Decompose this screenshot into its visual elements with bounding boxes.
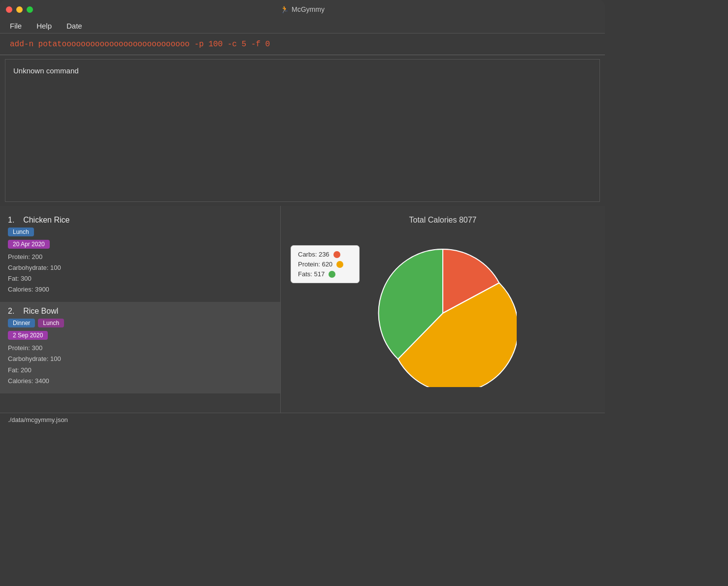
legend-protein: Protein: 620 bbox=[298, 260, 352, 268]
food-item-1-detail: Protein: 200 Carbohydrate: 100 Fat: 300 … bbox=[8, 252, 272, 295]
maximize-button[interactable] bbox=[27, 6, 33, 13]
output-area: Unknown command bbox=[5, 59, 600, 202]
titlebar: 🏃 McGymmy bbox=[0, 0, 605, 19]
tag-lunch-2: Lunch bbox=[38, 319, 64, 327]
food-item-2-title: 2. Rice Bowl bbox=[8, 307, 272, 316]
menu-file[interactable]: File bbox=[10, 22, 22, 30]
minimize-button[interactable] bbox=[16, 6, 23, 13]
food-item-1-date: 20 Apr 2020 bbox=[8, 240, 50, 249]
legend-fats-label: Fats: 517 bbox=[298, 270, 325, 278]
legend-protein-label: Protein: 620 bbox=[298, 260, 332, 268]
statusbar: ./data/mcgymmy.json bbox=[0, 413, 605, 426]
legend-protein-dot bbox=[336, 261, 343, 268]
traffic-lights bbox=[6, 6, 33, 13]
output-message: Unknown command bbox=[13, 66, 79, 75]
legend-fats: Fats: 517 bbox=[298, 270, 352, 278]
chart-title: Total Calories 8077 bbox=[409, 216, 477, 225]
legend-carbs-dot bbox=[333, 251, 340, 258]
command-bar bbox=[0, 33, 605, 55]
food-item-2[interactable]: 2. Rice Bowl Dinner Lunch 2 Sep 2020 Pro… bbox=[0, 302, 280, 393]
status-path: ./data/mcgymmy.json bbox=[8, 416, 68, 423]
menu-help[interactable]: Help bbox=[36, 22, 52, 30]
main-content: 1. Chicken Rice Lunch 20 Apr 2020 Protei… bbox=[0, 206, 605, 413]
command-input[interactable] bbox=[10, 40, 595, 49]
pie-chart bbox=[369, 239, 517, 389]
tag-dinner-2: Dinner bbox=[8, 319, 35, 327]
food-item-2-date: 2 Sep 2020 bbox=[8, 331, 48, 340]
food-item-1-tags: Lunch bbox=[8, 228, 272, 236]
legend-carbs-label: Carbs: 236 bbox=[298, 251, 330, 258]
food-item-1-title: 1. Chicken Rice bbox=[8, 216, 272, 225]
menu-date[interactable]: Date bbox=[66, 22, 82, 30]
close-button[interactable] bbox=[6, 6, 12, 13]
app-title: 🏃 McGymmy bbox=[280, 5, 325, 13]
legend-carbs: Carbs: 236 bbox=[298, 251, 352, 258]
chart-legend: Carbs: 236 Protein: 620 Fats: 517 bbox=[291, 245, 360, 283]
food-item-2-detail: Protein: 300 Carbohydrate: 100 Fat: 200 … bbox=[8, 343, 272, 386]
menubar: File Help Date bbox=[0, 19, 605, 33]
food-item-1[interactable]: 1. Chicken Rice Lunch 20 Apr 2020 Protei… bbox=[0, 211, 280, 302]
tag-lunch-1: Lunch bbox=[8, 228, 34, 236]
app-icon: 🏃 bbox=[280, 5, 289, 13]
legend-fats-dot bbox=[329, 271, 335, 278]
food-list[interactable]: 1. Chicken Rice Lunch 20 Apr 2020 Protei… bbox=[0, 206, 281, 413]
chart-area: Total Calories 8077 Carbs: 236 Protein: … bbox=[281, 206, 605, 413]
food-item-2-tags: Dinner Lunch bbox=[8, 319, 272, 327]
